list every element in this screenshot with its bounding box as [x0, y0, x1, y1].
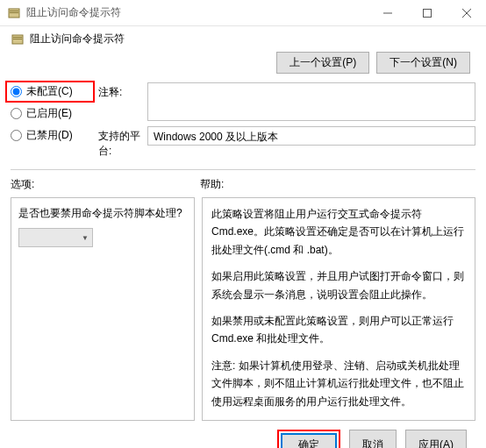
- options-panel: 是否也要禁用命令提示符脚本处理? ▼: [11, 197, 195, 421]
- radio-not-configured-label: 未配置(C): [26, 84, 73, 99]
- radio-not-configured[interactable]: 未配置(C): [5, 81, 95, 103]
- radio-enabled-label: 已启用(E): [26, 106, 72, 121]
- ok-button-highlight: 确定: [277, 430, 340, 448]
- comment-input[interactable]: [147, 82, 475, 121]
- prev-setting-button[interactable]: 上一个设置(P): [276, 52, 369, 74]
- divider: [11, 169, 475, 170]
- cancel-button[interactable]: 取消: [349, 430, 397, 448]
- window-title: 阻止访问命令提示符: [26, 5, 368, 20]
- options-label: 选项:: [11, 177, 200, 192]
- ok-button[interactable]: 确定: [281, 433, 337, 448]
- help-text: 注意: 如果计算机使用登录、注销、启动或关机批处理文件脚本，则不阻止计算机运行批…: [211, 357, 466, 410]
- script-dropdown[interactable]: ▼: [18, 228, 93, 247]
- svg-rect-2: [10, 12, 18, 13]
- radio-not-configured-input[interactable]: [11, 86, 22, 97]
- app-icon: [7, 6, 21, 20]
- policy-header: 阻止访问命令提示符: [11, 32, 475, 46]
- platform-label: 支持的平台:: [98, 126, 147, 159]
- svg-rect-9: [13, 39, 22, 39]
- help-text: 如果启用此策略设置，并且用户试图打开命令窗口，则系统会显示一条消息，说明设置会阻…: [211, 267, 466, 303]
- help-panel: 此策略设置将阻止用户运行交互式命令提示符 Cmd.exe。此策略设置还确定是否可…: [202, 197, 475, 421]
- help-label: 帮助:: [200, 177, 224, 192]
- svg-rect-8: [13, 37, 22, 38]
- radio-disabled-input[interactable]: [11, 130, 22, 141]
- titlebar: 阻止访问命令提示符: [0, 0, 486, 26]
- help-text: 如果禁用或未配置此策略设置，则用户可以正常运行 Cmd.exe 和批处理文件。: [211, 312, 466, 348]
- script-question-label: 是否也要禁用命令提示符脚本处理?: [18, 205, 187, 221]
- comment-label: 注释:: [98, 82, 147, 100]
- svg-rect-1: [10, 11, 18, 11]
- minimize-button[interactable]: [368, 0, 407, 26]
- radio-disabled-label: 已禁用(D): [26, 128, 73, 143]
- radio-disabled[interactable]: 已禁用(D): [11, 128, 89, 143]
- maximize-button[interactable]: [407, 0, 447, 26]
- radio-enabled[interactable]: 已启用(E): [11, 106, 89, 121]
- close-button[interactable]: [447, 0, 486, 26]
- platform-value: Windows 2000 及以上版本: [147, 126, 475, 146]
- next-setting-button[interactable]: 下一个设置(N): [376, 52, 470, 74]
- policy-icon: [11, 32, 25, 46]
- svg-rect-4: [423, 9, 431, 17]
- radio-enabled-input[interactable]: [11, 108, 22, 119]
- chevron-down-icon: ▼: [82, 234, 89, 242]
- apply-button[interactable]: 应用(A): [405, 430, 467, 448]
- help-text: 此策略设置将阻止用户运行交互式命令提示符 Cmd.exe。此策略设置还确定是否可…: [211, 205, 466, 259]
- policy-title: 阻止访问命令提示符: [30, 32, 125, 46]
